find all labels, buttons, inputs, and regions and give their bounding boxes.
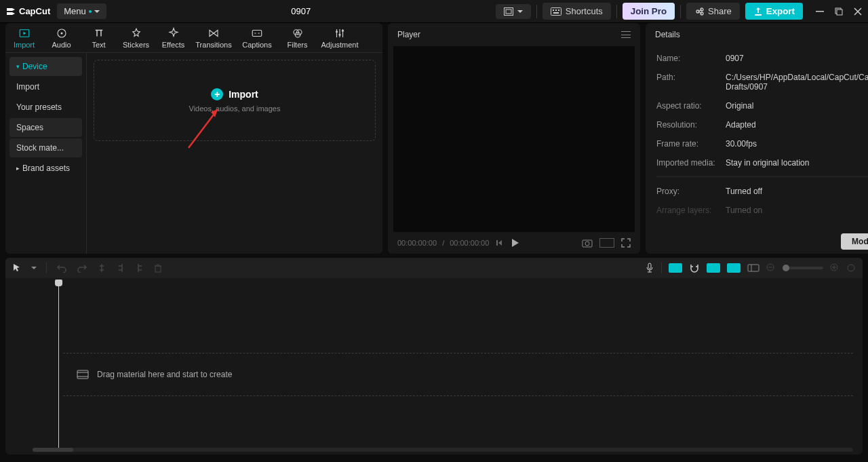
- tab-label: Stickers: [123, 41, 149, 49]
- sidebar-item-brand-assets[interactable]: ▸Brand assets: [9, 159, 82, 178]
- menu-button[interactable]: Menu: [57, 3, 106, 19]
- share-icon: [694, 7, 704, 16]
- snapshot-button[interactable]: [582, 238, 593, 248]
- svg-point-29: [848, 265, 854, 271]
- ratio-button[interactable]: [599, 238, 614, 248]
- svg-rect-0: [504, 7, 513, 15]
- tab-transitions[interactable]: Transitions: [192, 23, 235, 52]
- shortcuts-button[interactable]: Shortcuts: [542, 3, 611, 20]
- drop-hint: Drag material here and start to create: [97, 370, 232, 379]
- detail-row-path: Path: C:/Users/HP/AppData/Local/CapCut/C…: [656, 68, 868, 96]
- detail-value: Turned off: [726, 187, 868, 196]
- zoom-out-button[interactable]: [766, 263, 776, 273]
- details-panel: Details Name: 0907 Path: C:/Users/HP/App…: [646, 23, 868, 254]
- track-toggle-1[interactable]: [669, 263, 682, 273]
- tab-filters[interactable]: Filters: [279, 23, 316, 52]
- maximize-button[interactable]: [834, 7, 844, 16]
- sidebar-item-presets[interactable]: Your presets: [9, 98, 82, 117]
- svg-point-17: [336, 31, 338, 33]
- timeline-drop-region[interactable]: Drag material here and start to create: [63, 353, 853, 396]
- project-title: 0907: [106, 6, 496, 16]
- detail-label: Imported media:: [656, 158, 726, 168]
- prev-frame-button[interactable]: [494, 238, 504, 248]
- tab-effects[interactable]: Effects: [155, 23, 192, 52]
- track-toggle-2[interactable]: [707, 263, 720, 273]
- svg-rect-7: [816, 11, 824, 12]
- delete-button[interactable]: [154, 263, 162, 273]
- player-header: Player: [388, 23, 640, 46]
- tab-import[interactable]: Import: [5, 23, 43, 52]
- player-header-label: Player: [397, 30, 420, 39]
- detail-value: Original: [726, 101, 868, 111]
- tab-stickers[interactable]: Stickers: [117, 23, 155, 52]
- plus-icon: +: [211, 88, 223, 100]
- tab-text[interactable]: Text: [80, 23, 117, 52]
- svg-rect-30: [77, 370, 88, 379]
- zoom-slider[interactable]: [783, 267, 823, 269]
- sidebar-item-import[interactable]: Import: [9, 77, 82, 96]
- timeline-body[interactable]: Drag material here and start to create: [5, 278, 863, 455]
- export-button[interactable]: Export: [745, 3, 803, 20]
- window-controls: [815, 7, 863, 16]
- timeline-scrollbar[interactable]: [33, 448, 853, 452]
- import-dropzone[interactable]: + Import Videos, audios, and images: [94, 60, 376, 141]
- sidebar-item-spaces[interactable]: Spaces: [9, 118, 82, 137]
- split-button[interactable]: [97, 263, 106, 273]
- detail-value: 0907: [726, 54, 868, 63]
- sidebar-item-device[interactable]: ▾Device: [9, 57, 82, 76]
- preview-toggle[interactable]: [747, 264, 760, 272]
- divider: [616, 5, 617, 18]
- detail-value: Stay in original location: [726, 158, 868, 168]
- player-right-controls: [582, 238, 631, 248]
- svg-rect-6: [553, 12, 559, 14]
- player-viewport[interactable]: [393, 46, 635, 232]
- join-pro-button[interactable]: Join Pro: [623, 3, 675, 20]
- svg-rect-13: [252, 30, 262, 36]
- redo-button[interactable]: [77, 263, 87, 273]
- svg-rect-3: [553, 9, 554, 11]
- zoom-in-button[interactable]: [830, 263, 840, 273]
- tab-adjustment[interactable]: Adjustment: [316, 23, 363, 52]
- detail-label: Resolution:: [656, 120, 726, 130]
- share-button[interactable]: Share: [686, 3, 740, 20]
- tab-label: Text: [92, 41, 105, 49]
- tab-captions[interactable]: Captions: [235, 23, 279, 52]
- detail-row-aspect: Aspect ratio: Original: [656, 96, 868, 115]
- undo-button[interactable]: [56, 263, 67, 273]
- tab-audio[interactable]: Audio: [43, 23, 80, 52]
- total-time: 00:00:00:00: [450, 239, 489, 247]
- player-menu-button[interactable]: [621, 31, 631, 38]
- menu-notif-dot: [89, 10, 92, 13]
- track-toggle-3[interactable]: [727, 263, 741, 273]
- chevron-down-icon: [517, 9, 523, 14]
- detail-label: Arrange layers:: [656, 206, 726, 215]
- tool-dropdown[interactable]: [31, 265, 37, 271]
- sidebar-item-stock[interactable]: Stock mate...: [9, 138, 82, 157]
- delete-right-button[interactable]: [135, 263, 144, 273]
- modify-button[interactable]: Modify: [841, 233, 868, 250]
- stickers-icon: [130, 27, 142, 39]
- audio-icon: [56, 27, 68, 39]
- export-icon: [753, 7, 763, 16]
- detail-value: C:/Users/HP/AppData/Local/CapCut/CapCut …: [726, 73, 868, 92]
- capcut-logo-icon: [5, 6, 16, 17]
- svg-rect-4: [555, 9, 557, 11]
- close-button[interactable]: [853, 7, 863, 16]
- fit-button[interactable]: [846, 263, 856, 273]
- aspect-preset-button[interactable]: [496, 4, 531, 19]
- play-button[interactable]: [509, 237, 520, 248]
- playhead[interactable]: [58, 281, 59, 448]
- import-area: + Import Videos, audios, and images: [87, 53, 382, 254]
- frame-icon: [504, 7, 513, 16]
- delete-left-button[interactable]: [116, 263, 125, 273]
- select-tool[interactable]: [12, 263, 22, 273]
- minimize-button[interactable]: [815, 7, 825, 16]
- sidebar-item-label: Stock mate...: [16, 143, 64, 153]
- fullscreen-button[interactable]: [621, 238, 631, 248]
- record-button[interactable]: [645, 263, 654, 273]
- divider: [536, 5, 537, 18]
- caret-right-icon: ▸: [16, 165, 20, 172]
- magnet-button[interactable]: [689, 263, 700, 273]
- sidebar-item-label: Import: [16, 82, 39, 92]
- media-side-list: ▾Device Import Your presets Spaces Stock…: [5, 53, 87, 254]
